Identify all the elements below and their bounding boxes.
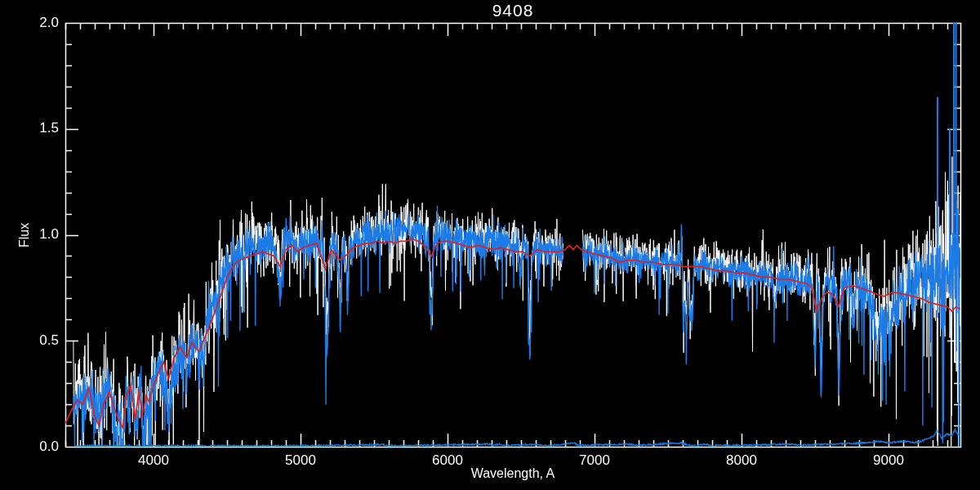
- x-axis-label: Wavelength, A: [65, 466, 960, 481]
- spectrum-plot-canvas: [0, 0, 980, 490]
- chart-title: 9408: [65, 1, 960, 20]
- y-axis-label: Flux: [17, 223, 32, 247]
- spectrum-figure: 9408 Wavelength, A Flux: [0, 0, 980, 490]
